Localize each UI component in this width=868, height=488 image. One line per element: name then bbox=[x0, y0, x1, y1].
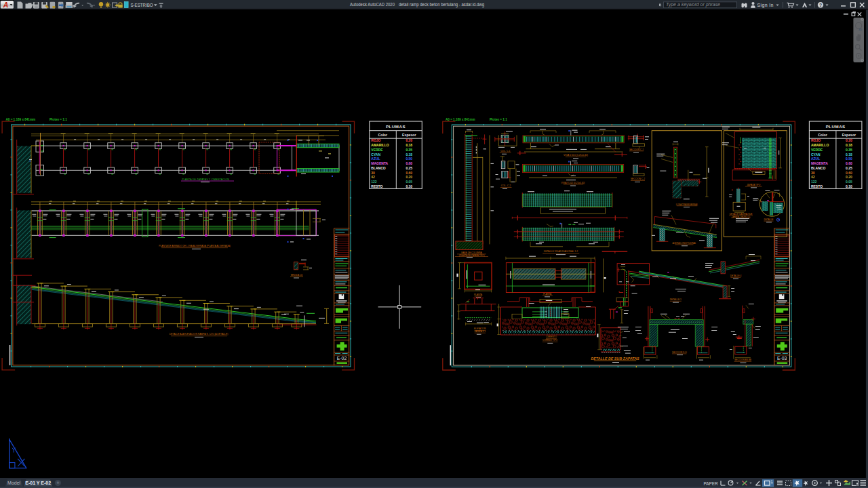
svg-text:CYAN: CYAN bbox=[811, 152, 821, 156]
svg-text:(PLANTA DE ZAPATA TIPO): (PLANTA DE ZAPATA TIPO) bbox=[459, 253, 485, 256]
svg-text:RESTO: RESTO bbox=[811, 184, 823, 188]
svg-text:CYAN: CYAN bbox=[371, 152, 380, 156]
svg-text:0.18: 0.18 bbox=[846, 143, 852, 147]
svg-text:0.50: 0.50 bbox=[846, 157, 852, 161]
svg-text:ROJO: ROJO bbox=[811, 138, 821, 142]
svg-text:2D: 2D bbox=[859, 27, 862, 30]
svg-text:Ploteo = 1:1: Ploteo = 1:1 bbox=[50, 117, 67, 121]
svg-text:0.25: 0.25 bbox=[406, 165, 412, 169]
svg-text:0.60: 0.60 bbox=[846, 161, 852, 165]
svg-text:Espesor: Espesor bbox=[842, 133, 856, 137]
svg-text:AMARILLO: AMARILLO bbox=[371, 143, 389, 147]
svg-text:Ploteo = 1:1: Ploteo = 1:1 bbox=[490, 117, 507, 121]
svg-text:COL. C-1: COL. C-1 bbox=[500, 150, 510, 152]
svg-text:SECCION C-1: SECCION C-1 bbox=[629, 148, 644, 150]
svg-text:Type a keyword or phrase: Type a keyword or phrase bbox=[666, 2, 720, 7]
svg-text:AZUL: AZUL bbox=[811, 157, 820, 161]
svg-text:E-03: E-03 bbox=[777, 356, 787, 361]
svg-text:?: ? bbox=[819, 3, 822, 7]
svg-text:Sign In: Sign In bbox=[757, 3, 774, 8]
svg-text:0.20: 0.20 bbox=[846, 138, 852, 142]
svg-text:122: 122 bbox=[811, 180, 817, 184]
svg-text:DETALLE 1: DETALLE 1 bbox=[670, 298, 682, 301]
svg-text:ROJO: ROJO bbox=[371, 138, 380, 142]
svg-text:Model: Model bbox=[7, 481, 21, 485]
svg-text:0.18: 0.18 bbox=[406, 143, 412, 147]
svg-text:VIGA V-102 (0.25x0.40): VIGA V-102 (0.25x0.40) bbox=[561, 181, 585, 184]
svg-text:COL. C-2: COL. C-2 bbox=[501, 184, 511, 187]
svg-text:MAGENTA: MAGENTA bbox=[371, 161, 388, 165]
svg-text:A0 = 1,189 x 841mm: A0 = 1,189 x 841mm bbox=[6, 117, 36, 121]
svg-text:PLUMAS: PLUMAS bbox=[386, 123, 406, 128]
svg-text:S-ESTRIBO: S-ESTRIBO bbox=[131, 3, 153, 7]
svg-text:Color: Color bbox=[818, 133, 827, 137]
svg-text:0.10: 0.10 bbox=[406, 184, 412, 188]
svg-text:DETALLE VIGAS DIAGONAL 1-2: DETALLE VIGAS DIAGONAL 1-2 bbox=[544, 250, 578, 253]
svg-text:A0 = 1,189 x 841mm: A0 = 1,189 x 841mm bbox=[446, 117, 475, 121]
svg-text:42: 42 bbox=[811, 175, 815, 179]
svg-text:DETALLE: DETALLE bbox=[764, 218, 773, 220]
svg-text:122: 122 bbox=[371, 180, 377, 184]
svg-text:VERDE: VERDE bbox=[371, 147, 383, 151]
svg-text:30: 30 bbox=[811, 170, 815, 174]
svg-text:BLANCO: BLANCO bbox=[371, 165, 385, 169]
svg-text:PLANTA DE ZAPATAS Y CIMENT: PLANTA DE ZAPATAS Y CIMENTACION bbox=[182, 178, 229, 180]
svg-text:A: A bbox=[3, 1, 9, 9]
svg-text:E-01 Y E-02: E-01 Y E-02 bbox=[25, 481, 51, 485]
svg-text:SECCION C-2: SECCION C-2 bbox=[631, 178, 645, 180]
svg-text:0.35: 0.35 bbox=[406, 147, 412, 151]
svg-text:detail ramp deck beton bertula: detail ramp deck beton bertulang - asdar… bbox=[399, 1, 484, 7]
svg-text:0.18: 0.18 bbox=[846, 152, 852, 156]
svg-text:42: 42 bbox=[371, 175, 375, 179]
svg-text:AZUL: AZUL bbox=[371, 157, 380, 161]
svg-text:CORRIDO TIPO: CORRIDO TIPO bbox=[542, 339, 558, 342]
svg-text:0.20: 0.20 bbox=[846, 175, 852, 179]
svg-text:MAGENTA: MAGENTA bbox=[811, 161, 828, 165]
svg-text:ACERA LONGITUDINAL: ACERA LONGITUDINAL bbox=[672, 241, 696, 244]
svg-text:LOSA TRANSVERSAL: LOSA TRANSVERSAL bbox=[676, 203, 698, 205]
svg-text:PAPER: PAPER bbox=[703, 481, 718, 486]
svg-text:VIGA V-101 (0.25x0.40): VIGA V-101 (0.25x0.40) bbox=[564, 154, 588, 157]
svg-text:0.20: 0.20 bbox=[406, 138, 412, 142]
svg-text:SECCION BB-BB: SECCION BB-BB bbox=[734, 359, 751, 361]
svg-text:0.05: 0.05 bbox=[846, 180, 852, 184]
svg-text:0.60: 0.60 bbox=[406, 161, 412, 165]
svg-text:AMARILLO: AMARILLO bbox=[811, 143, 829, 147]
svg-text:Color: Color bbox=[378, 133, 388, 137]
svg-text:0.60: 0.60 bbox=[846, 170, 852, 174]
svg-text:E-02: E-02 bbox=[337, 356, 347, 361]
svg-text:0.35: 0.35 bbox=[846, 147, 852, 151]
svg-text:VERDE: VERDE bbox=[811, 147, 823, 151]
svg-text:PLANTA: PLANTA bbox=[543, 292, 552, 295]
svg-text:0.25: 0.25 bbox=[846, 165, 852, 169]
svg-text:0.05: 0.05 bbox=[406, 180, 412, 184]
svg-text:PLUMAS: PLUMAS bbox=[826, 123, 846, 128]
svg-text:0.20: 0.20 bbox=[406, 175, 412, 179]
svg-text:BLANCO: BLANCO bbox=[811, 165, 825, 169]
svg-text:MEDIDA CU: MEDIDA CU bbox=[291, 274, 303, 277]
svg-text:DETALLE DE SUB-ZAPATAS: DETALLE DE SUB-ZAPATAS bbox=[591, 356, 639, 360]
svg-text:PLANTA DE ARMADO DE LOSA ALIGE: PLANTA DE ARMADO DE LOSA ALIGERADA (PLAN… bbox=[159, 245, 231, 247]
svg-text:Espesor: Espesor bbox=[402, 133, 416, 137]
svg-text:30: 30 bbox=[371, 170, 375, 174]
svg-text:Autodesk AutoCAD 2020: Autodesk AutoCAD 2020 bbox=[350, 1, 395, 7]
svg-text:0.50: 0.50 bbox=[406, 157, 412, 161]
svg-text:+: + bbox=[56, 480, 60, 486]
svg-text:0.10: 0.10 bbox=[846, 184, 852, 188]
svg-text:PLANTA: PLANTA bbox=[474, 293, 483, 296]
svg-text:0.60: 0.60 bbox=[406, 170, 412, 174]
svg-text:DETALLE A-A ELEVACION RAMPA: DETALLE A-A ELEVACION RAMPA S. 12% (A DE… bbox=[170, 333, 229, 336]
svg-text:SECCION D-D: SECCION D-D bbox=[672, 350, 687, 353]
svg-text:RESTO: RESTO bbox=[371, 184, 382, 188]
svg-text:ZAPATA TIPO: ZAPATA TIPO bbox=[747, 183, 760, 186]
svg-text:CIMIENTO: CIMIENTO bbox=[546, 336, 557, 338]
svg-text:DETALLE 4: DETALLE 4 bbox=[730, 274, 742, 277]
svg-text:0.18: 0.18 bbox=[406, 152, 412, 156]
